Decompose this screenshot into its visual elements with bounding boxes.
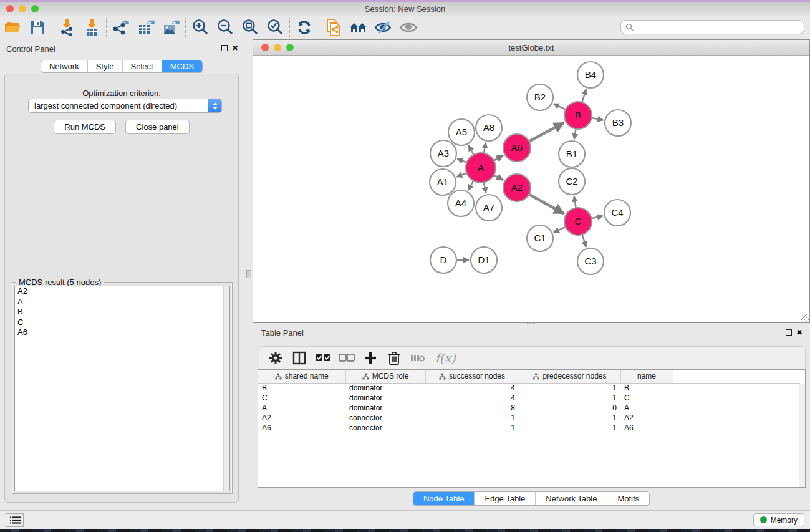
zoom-selected-button[interactable]	[263, 17, 287, 38]
table-row[interactable]: Bdominator41B	[258, 383, 800, 393]
tab-style[interactable]: Style	[88, 60, 123, 72]
cell-name[interactable]: A2	[620, 413, 673, 423]
select-all-button[interactable]	[314, 349, 332, 367]
mcds-result-item[interactable]: A2	[15, 286, 229, 297]
mcds-result-item[interactable]: B	[15, 307, 229, 317]
tab-node-table[interactable]: Node Table	[413, 492, 475, 505]
cell-mcds_role[interactable]: connector	[345, 413, 425, 423]
welcome-screen-button[interactable]	[346, 17, 371, 38]
cell-successor_nodes[interactable]: 1	[425, 413, 519, 423]
mcds-result-item[interactable]: C	[15, 317, 229, 328]
column-header-successor_nodes[interactable]: successor nodes	[425, 370, 519, 383]
vertical-splitter-handle[interactable]	[246, 270, 251, 278]
table-row[interactable]: Cdominator41C	[258, 393, 800, 403]
mcds-result-list[interactable]: A2ABCA6	[14, 286, 230, 491]
float-table-panel-icon[interactable]	[786, 329, 792, 336]
cell-mcds_role[interactable]: dominator	[345, 403, 425, 413]
cell-name[interactable]: B	[620, 383, 673, 393]
export-table-button[interactable]	[133, 17, 158, 38]
tab-select[interactable]: Select	[123, 60, 162, 72]
run-mcds-button[interactable]: Run MCDS	[54, 120, 116, 134]
cell-predecessor_nodes[interactable]: 1	[519, 393, 620, 403]
window-resize-grip[interactable]	[801, 314, 809, 322]
zoom-in-button[interactable]	[188, 17, 213, 38]
cell-predecessor_nodes[interactable]: 0	[519, 403, 620, 413]
column-header-predecessor_nodes[interactable]: predecessor nodes	[519, 370, 620, 383]
column-header-name[interactable]: name	[620, 370, 673, 383]
refresh-button[interactable]	[292, 17, 317, 38]
delete-table-button[interactable]	[409, 349, 427, 367]
cell-shared_name[interactable]: A	[258, 403, 345, 413]
list-scrollbar[interactable]	[223, 286, 229, 491]
cell-predecessor_nodes[interactable]: 1	[519, 423, 620, 433]
tab-edge-table[interactable]: Edge Table	[475, 492, 536, 505]
cell-shared_name[interactable]: A2	[258, 413, 345, 423]
column-header-shared_name[interactable]: shared name	[258, 370, 345, 383]
show-eye-button[interactable]	[396, 17, 421, 38]
graph-node-label-A4: A4	[455, 198, 466, 208]
close-panel-icon[interactable]: ✖	[232, 45, 238, 51]
float-panel-icon[interactable]	[221, 45, 228, 51]
node-table[interactable]: shared nameMCDS rolesuccessor nodesprede…	[258, 369, 806, 488]
table-row[interactable]: A2connector11A2	[258, 413, 800, 423]
cell-successor_nodes[interactable]: 1	[425, 423, 519, 433]
zoom-out-button[interactable]	[213, 17, 238, 38]
cell-mcds_role[interactable]: dominator	[345, 383, 425, 393]
cell-name[interactable]: A6	[620, 423, 673, 433]
table-row[interactable]: A6connector11A6	[258, 423, 800, 433]
column-layout-button[interactable]	[291, 349, 308, 367]
export-network-button[interactable]	[108, 17, 133, 38]
tab-network[interactable]: Network	[41, 60, 88, 72]
tab-motifs[interactable]: Motifs	[607, 492, 649, 505]
hide-graphics-details-button[interactable]	[371, 17, 396, 38]
cell-name[interactable]: A	[620, 403, 673, 413]
close-panel-button[interactable]: Close panel	[125, 120, 190, 134]
column-header-mcds_role[interactable]: MCDS role	[345, 370, 425, 383]
cell-shared_name[interactable]: A6	[258, 423, 345, 433]
network-from-file-button[interactable]	[321, 17, 346, 38]
cell-shared_name[interactable]: B	[258, 383, 345, 393]
cell-successor_nodes[interactable]: 4	[425, 393, 519, 403]
close-table-panel-icon[interactable]: ✖	[796, 329, 803, 336]
function-builder-button[interactable]: f(x)	[433, 351, 456, 365]
network-window-titlebar[interactable]: testGlobe.txt	[253, 40, 809, 56]
cell-predecessor_nodes[interactable]: 1	[519, 413, 620, 423]
cell-predecessor_nodes[interactable]: 1	[519, 383, 620, 393]
import-table-button[interactable]	[79, 17, 104, 38]
cell-mcds_role[interactable]: connector	[345, 423, 425, 433]
save-session-button[interactable]	[25, 17, 50, 38]
network-canvas[interactable]: B4B2BB3A8A5A6A3B1AA1C2A2A4A7CC1C4C3DD1	[253, 56, 809, 322]
zoom-fit-button[interactable]	[238, 17, 263, 38]
tab-network-table[interactable]: Network Table	[536, 492, 607, 505]
add-column-button[interactable]	[362, 349, 379, 367]
delete-column-button[interactable]	[385, 349, 403, 367]
import-network-button[interactable]	[54, 17, 79, 38]
network-graph[interactable]: B4B2BB3A8A5A6A3B1AA1C2A2A4A7CC1C4C3DD1	[253, 56, 809, 318]
mcds-result-item[interactable]: A	[15, 297, 229, 307]
cell-successor_nodes[interactable]: 4	[425, 383, 519, 393]
graph-node-label-C: C	[575, 216, 582, 226]
task-history-button[interactable]	[6, 513, 24, 527]
tab-mcds[interactable]: MCDS	[162, 60, 202, 72]
memory-button[interactable]: Memory	[753, 513, 804, 526]
table-scrollbar[interactable]	[799, 384, 805, 487]
optimization-criterion-select[interactable]: largest connected component (directed)	[28, 99, 222, 113]
column-label: name	[637, 372, 656, 380]
mcds-result-item[interactable]: A6	[15, 327, 229, 338]
table-panel: Table Panel ✖	[253, 324, 810, 509]
cell-mcds_role[interactable]: dominator	[345, 393, 425, 403]
search-input[interactable]	[634, 23, 804, 32]
node-table-header-row[interactable]: shared nameMCDS rolesuccessor nodesprede…	[258, 370, 800, 383]
table-row[interactable]: Adominator80A	[258, 403, 800, 413]
export-image-button[interactable]	[158, 17, 183, 38]
cell-successor_nodes[interactable]: 8	[425, 403, 519, 413]
control-panel-title: Control Panel	[6, 44, 55, 54]
search-field[interactable]	[620, 20, 804, 34]
cell-filler	[673, 403, 800, 413]
deselect-all-button[interactable]	[338, 349, 355, 367]
gear-button[interactable]	[267, 349, 284, 367]
cell-shared_name[interactable]: C	[258, 393, 345, 403]
cell-name[interactable]: C	[620, 393, 673, 403]
network-file-icon	[325, 18, 342, 37]
open-session-button[interactable]	[0, 17, 25, 38]
